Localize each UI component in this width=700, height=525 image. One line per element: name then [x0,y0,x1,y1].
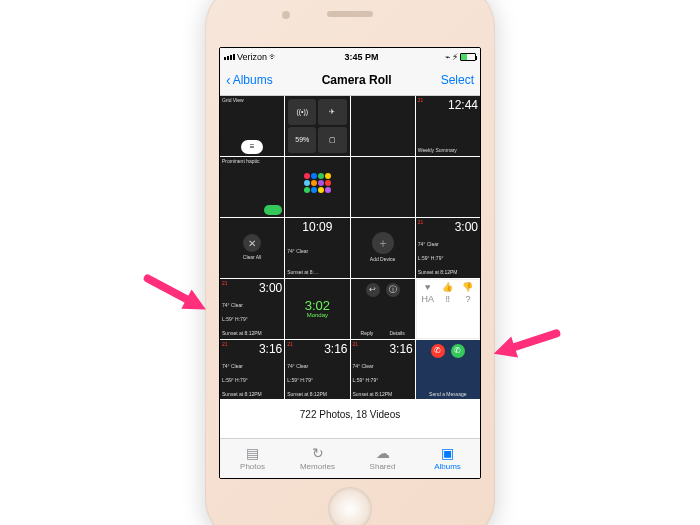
phone-front-camera [282,11,290,19]
photo-thumb[interactable]: ✆ ✆ Send a Message [416,340,480,399]
thumb-time: 3:16 [324,342,347,356]
shared-icon: ☁ [376,446,390,460]
photo-count-summary: 722 Photos, 18 Videos [220,399,480,438]
back-button[interactable]: ‹ Albums [226,73,273,87]
thumb-hilo: L:59° H:79° [418,256,478,262]
status-time: 3:45 PM [280,52,443,62]
info-icon: ⓘ [386,283,400,297]
chevron-left-icon: ‹ [226,73,231,87]
photo-thumb[interactable]: 3:02 Monday [285,279,349,339]
photo-thumb[interactable]: 21 12:44 Weekly Summary [416,96,480,156]
status-bar: Verizon ᯤ 3:45 PM ⌁ ⚡︎ [220,48,480,66]
thumb-details-label: Details [389,331,404,337]
tab-label: Shared [370,462,396,471]
annotation-arrow-left [138,265,212,321]
wifi-icon: ᯤ [269,52,278,62]
thumb-date: 21 [287,342,293,356]
iphone-frame: Verizon ᯤ 3:45 PM ⌁ ⚡︎ ‹ Albums Camera R… [205,0,495,525]
thumb-day: Monday [305,312,330,318]
thumb-date: 21 [222,281,228,295]
thumb-hilo: L:59° H:79° [222,378,282,384]
tab-memories[interactable]: ↻ Memories [285,439,350,478]
thumb-sunset: Sunset at 8:12PM [222,331,282,337]
photo-thumb[interactable] [351,96,415,156]
thumb-time: 12:44 [448,98,478,112]
thumb-label: Send a Message [418,392,478,398]
photo-grid[interactable]: Grid View ≡ ((•)) ✈ 59% ▢ 21 12:44 Weekl… [220,96,480,399]
decline-call-icon: ✆ [431,344,445,358]
bluetooth-icon: ⌁ [445,52,450,62]
thumb-sunset: Sunset at 8:12PM [353,392,413,398]
thumb-hilo: L:59° H:79° [222,317,282,323]
annotation-arrow-right [490,320,565,366]
list-icon: ≡ [241,140,263,154]
svg-line-0 [148,278,190,301]
memories-icon: ↻ [312,446,324,460]
close-icon: ✕ [243,234,261,252]
thumb-sunset: Sunset at 8:12PM [222,392,282,398]
photo-thumb[interactable]: ＋ Add Device [351,218,415,278]
photos-icon: ▤ [246,446,259,460]
photo-thumb[interactable]: 21 3:16 74° Clear L:59° H:79° Sunset at … [351,340,415,399]
tab-label: Memories [300,462,335,471]
photo-thumb[interactable] [351,157,415,217]
thumb-forecast: 74° Clear [353,364,413,370]
thumb-sunset: Sunset at 8:12PM [287,392,347,398]
svg-line-2 [511,333,557,348]
photo-thumb[interactable]: 21 3:16 74° Clear L:59° H:79° Sunset at … [220,340,284,399]
screen: Verizon ᯤ 3:45 PM ⌁ ⚡︎ ‹ Albums Camera R… [219,47,481,479]
charging-icon: ⚡︎ [452,52,458,62]
home-button[interactable] [328,487,372,526]
photo-thumb[interactable]: ✕ Clear All [220,218,284,278]
photo-thumb[interactable]: Grid View ≡ [220,96,284,156]
albums-icon: ▣ [441,446,454,460]
photo-thumb[interactable]: 21 3:00 74° Clear L:59° H:79° Sunset at … [416,218,480,278]
tab-shared[interactable]: ☁ Shared [350,439,415,478]
photo-thumb[interactable] [416,157,480,217]
thumb-time: 3:00 [259,281,282,295]
tab-albums[interactable]: ▣ Albums [415,439,480,478]
tab-label: Albums [434,462,461,471]
tab-label: Photos [240,462,265,471]
phone-icon: ▢ [318,127,346,153]
tapback-icons: ♥👍👎 HA‼? [419,282,477,304]
photo-thumb[interactable]: ((•)) ✈ 59% ▢ [285,96,349,156]
photo-thumb[interactable]: 10:09 74° Clear Sunset at 8:… [285,218,349,278]
thumb-forecast: 74° Clear [287,364,347,370]
thumb-time: 3:00 [455,220,478,234]
thumb-time: 3:16 [259,342,282,356]
photo-thumb[interactable]: 21 3:00 74° Clear L:59° H:79° Sunset at … [220,279,284,339]
back-label: Albums [233,73,273,87]
thumb-label: Add Device [370,257,396,263]
thumb-label: Grid View [222,98,282,104]
photo-thumb[interactable]: Prominent haptic [220,157,284,217]
photo-thumb[interactable]: ♥👍👎 HA‼? [416,279,480,339]
accept-call-icon: ✆ [451,344,465,358]
tab-bar: ▤ Photos ↻ Memories ☁ Shared ▣ Albums [220,438,480,478]
thumb-forecast: 74° Clear [222,303,282,309]
tab-photos[interactable]: ▤ Photos [220,439,285,478]
select-button[interactable]: Select [441,73,474,87]
thumb-forecast: 74° Clear [222,364,282,370]
thumb-time: 10:09 [287,220,347,234]
thumb-forecast: 74° Clear [287,249,347,255]
thumb-subtitle: Weekly Summary [418,148,478,154]
photo-thumb[interactable]: 21 3:16 74° Clear L:59° H:79° Sunset at … [285,340,349,399]
antenna-icon: ((•)) [288,99,316,125]
toggle-icon [264,205,282,215]
signal-icon [224,54,235,60]
page-title: Camera Roll [273,73,441,87]
thumb-hilo: L:59° H:79° [353,378,413,384]
honeycomb-icon [303,173,331,201]
thumb-text: Prominent haptic [222,159,282,165]
thumb-sunset: Sunset at 8:12PM [418,270,478,276]
thumb-forecast: 74° Clear [418,242,478,248]
thumb-date: 21 [418,220,424,234]
photo-thumb[interactable]: ↩ ⓘ Reply Details [351,279,415,339]
thumb-date: 21 [418,98,424,112]
photo-thumb[interactable] [285,157,349,217]
phone-speaker [327,11,373,17]
reply-icon: ↩ [366,283,380,297]
thumb-date: 21 [222,342,228,356]
plus-icon: ＋ [372,232,394,254]
